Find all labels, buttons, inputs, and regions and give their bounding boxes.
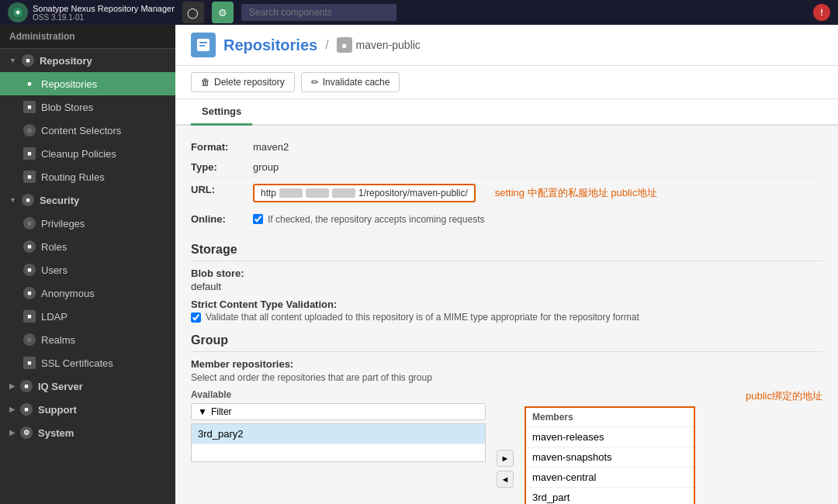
sidebar-item-anonymous[interactable]: ■ Anonymous [0, 281, 175, 305]
url-annotation: setting 中配置的私服地址 public地址 [495, 186, 658, 200]
url-ip-block3 [332, 188, 355, 198]
app-title: Sonatype Nexus Repository Manager OSS 3.… [33, 4, 175, 22]
main-content: Repositories / ■ maven-public 🗑 Delete r… [175, 25, 838, 504]
sidebar-item-repositories[interactable]: ■ Repositories [0, 72, 175, 95]
delete-repository-button[interactable]: 🗑 Delete repository [191, 72, 295, 92]
app-logo: Sonatype Nexus Repository Manager OSS 3.… [8, 2, 175, 22]
member-label: maven-central [532, 471, 596, 483]
sidebar-item-routing-rules[interactable]: ■ Routing Rules [0, 165, 175, 188]
strict-validation-row: Validate that all content uploaded to th… [191, 312, 822, 323]
sidebar-item-content-selectors[interactable]: ○ Content Selectors [0, 119, 175, 142]
sidebar-group-repository[interactable]: ▼ ■ Repository [0, 49, 175, 72]
breadcrumb-label: maven-public [356, 39, 421, 51]
sidebar-item-blob-stores[interactable]: ■ Blob Stores [0, 95, 175, 119]
cube-icon[interactable]: ◯ [182, 2, 204, 23]
settings-content: Format: maven2 Type: group URL: http 1/r… [175, 126, 838, 504]
move-right-button[interactable]: ► [497, 450, 514, 467]
strict-validation-checkbox[interactable] [191, 312, 201, 323]
logo-icon [8, 2, 28, 22]
system-icon: ⚙ [20, 426, 33, 439]
tab-settings[interactable]: Settings [191, 99, 252, 126]
support-icon: ■ [20, 403, 33, 416]
filter-box[interactable]: ▼ Filter [191, 403, 486, 420]
sidebar-group-support[interactable]: ▶ ■ Support [0, 398, 175, 421]
type-row: Type: group [191, 157, 822, 178]
sidebar-item-label: Content Selectors [41, 125, 121, 136]
chevron-down-icon: ▼ [9, 57, 16, 64]
sidebar-item-label: SSL Certificates [41, 357, 113, 369]
url-ip-block2 [306, 188, 329, 198]
sidebar-iq-label: IQ Server [38, 381, 83, 392]
type-label: Type: [191, 161, 253, 173]
sidebar-security-label: Security [40, 195, 79, 206]
sidebar-item-ssl-certs[interactable]: ■ SSL Certificates [0, 351, 175, 375]
public-annotation: public绑定的地址 [525, 389, 822, 403]
trash-icon: 🗑 [201, 77, 210, 88]
online-label: Online: [191, 213, 253, 225]
list-item[interactable]: 3rd_pary2 [192, 424, 485, 444]
filter-icon: ▼ [198, 406, 207, 417]
online-checkbox-row: If checked, the repository accepts incom… [253, 214, 484, 225]
sidebar-repository-label: Repository [40, 55, 92, 67]
security-icon: ■ [22, 194, 34, 206]
storage-section-title: Storage [191, 243, 822, 261]
privileges-icon: ○ [23, 217, 36, 230]
type-value: group [253, 161, 279, 173]
users-icon: ■ [23, 264, 36, 276]
available-list: 3rd_pary2 [191, 423, 486, 462]
sidebar-item-ldap[interactable]: ■ LDAP [0, 305, 175, 328]
member-label: maven-releases [532, 431, 604, 443]
page-title: Repositories [223, 36, 317, 54]
format-label: Format: [191, 141, 253, 153]
invalidate-cache-button[interactable]: ✏ Invalidate cache [301, 72, 400, 92]
search-input[interactable] [241, 4, 396, 21]
online-checkbox[interactable] [253, 214, 263, 224]
svg-rect-3 [199, 45, 205, 47]
repositories-icon: ■ [23, 78, 36, 90]
repository-icon: ■ [22, 54, 34, 67]
svg-rect-2 [199, 42, 207, 43]
breadcrumb: ■ maven-public [337, 37, 421, 53]
iq-icon: ■ [20, 380, 33, 392]
sidebar-item-realms[interactable]: ○ Realms [0, 328, 175, 351]
chevron-down-icon: ▼ [9, 196, 16, 204]
member-item-maven-snapshots[interactable]: maven-snapshots [526, 447, 694, 468]
blob-store-label: Blob store: [191, 268, 822, 279]
member-item-maven-central[interactable]: maven-central [526, 468, 694, 488]
sidebar-item-privileges[interactable]: ○ Privileges [0, 212, 175, 235]
sidebar-group-system[interactable]: ▶ ⚙ System [0, 421, 175, 444]
move-left-button[interactable]: ◄ [497, 471, 514, 488]
chevron-right-icon: ▶ [9, 429, 15, 437]
url-prefix: http [261, 188, 276, 198]
sidebar-group-iq[interactable]: ▶ ■ IQ Server [0, 375, 175, 398]
sidebar-group-security[interactable]: ▼ ■ Security [0, 188, 175, 212]
chevron-right-icon: ▶ [9, 382, 15, 390]
content-selectors-icon: ○ [23, 124, 36, 136]
sidebar-item-label: Users [41, 264, 68, 276]
sidebar-item-users[interactable]: ■ Users [0, 258, 175, 281]
strict-validation-text: Validate that all content uploaded to th… [206, 312, 639, 323]
alert-badge[interactable]: ! [813, 4, 830, 21]
member-item-maven-releases[interactable]: maven-releases [526, 427, 694, 447]
members-section: public绑定的地址 Members maven-releases maven… [525, 389, 822, 504]
sidebar-item-label: Repositories [41, 78, 97, 90]
member-item-3rd-part[interactable]: 3rd_part [526, 488, 694, 504]
sidebar-item-label: Anonymous [41, 288, 95, 299]
member-repos-desc: Select and order the repositories that a… [191, 372, 822, 383]
member-grid: Available ▼ Filter 3rd_pary2 ► ◄ [191, 389, 822, 504]
online-row: Online: If checked, the repository accep… [191, 207, 822, 232]
gear-icon[interactable]: ⚙ [212, 2, 234, 23]
online-check-text: If checked, the repository accepts incom… [268, 214, 484, 225]
sidebar-support-label: Support [38, 404, 77, 416]
format-value: maven2 [253, 141, 289, 153]
tabs-bar: Settings [175, 99, 838, 126]
members-header: Members [526, 408, 694, 427]
sidebar-item-roles[interactable]: ■ Roles [0, 235, 175, 258]
sidebar-item-cleanup-policies[interactable]: ■ Cleanup Policies [0, 142, 175, 165]
sidebar-item-label: Blob Stores [41, 102, 93, 113]
sidebar-item-label: Cleanup Policies [41, 148, 116, 160]
blob-stores-icon: ■ [23, 101, 36, 113]
arrow-column: ► ◄ [493, 428, 517, 504]
page-icon [191, 33, 216, 57]
anonymous-icon: ■ [23, 287, 36, 299]
